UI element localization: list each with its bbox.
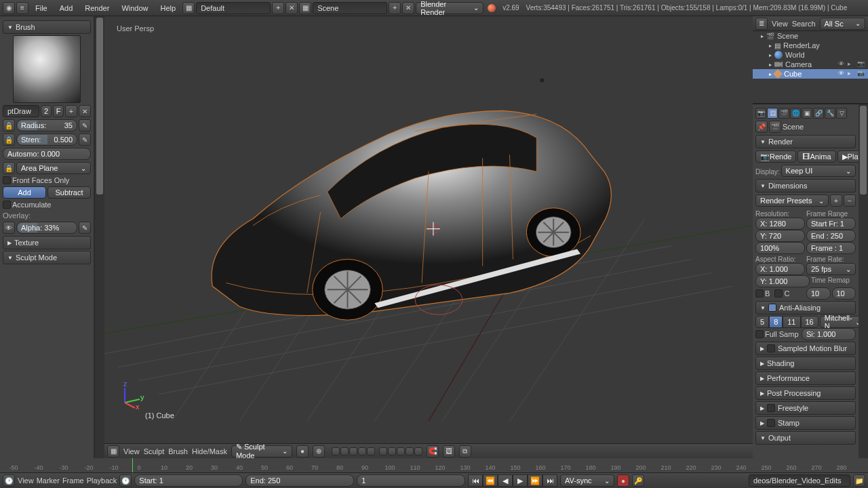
strength-lock-icon[interactable]: 🔒 xyxy=(3,134,15,146)
res-pct-field[interactable]: 100% xyxy=(755,242,805,254)
tab-world[interactable]: 🌐 xyxy=(790,108,801,119)
subtract-button[interactable]: Subtract xyxy=(47,186,91,199)
accumulate-checkbox[interactable] xyxy=(3,201,11,209)
3d-viewport[interactable]: User Persp (1) Cube zyx xyxy=(104,16,753,443)
brush-panel-header[interactable]: Brush xyxy=(3,20,91,34)
aa-panel-header[interactable]: Anti-Aliasing xyxy=(755,301,856,314)
aa-11[interactable]: 11 xyxy=(783,316,800,328)
tab-modifiers[interactable]: 🔧 xyxy=(825,108,835,119)
sculpt-mode-panel-header[interactable]: Sculpt Mode xyxy=(3,251,91,264)
aa-8[interactable]: 8 xyxy=(769,316,783,328)
menu-add[interactable]: Add xyxy=(54,1,79,15)
jump-start-icon[interactable]: ⏮ xyxy=(468,474,483,487)
menu-file[interactable]: File xyxy=(30,1,53,15)
render-preview-icon[interactable]: 🖼 xyxy=(443,445,455,458)
start-frame-field[interactable]: Start Fr: 1 xyxy=(806,218,856,230)
sync-mode-dropdown[interactable]: AV-sync xyxy=(560,474,614,487)
menu-help[interactable]: Help xyxy=(155,1,182,15)
fps-dropdown[interactable]: 25 fps xyxy=(806,263,856,275)
layout-add-icon[interactable]: + xyxy=(272,2,284,14)
end-field[interactable]: End: 250 xyxy=(245,474,354,487)
res-y-field[interactable]: Y: 720 xyxy=(755,230,805,242)
toolshelf-scrollbar[interactable] xyxy=(95,16,104,458)
scene-name[interactable]: Scene xyxy=(313,2,387,14)
preset-add-icon[interactable]: + xyxy=(830,195,842,207)
mode-dropdown[interactable]: ✎ Sculpt Mode xyxy=(231,445,292,458)
tab-render-layers[interactable]: 🖼 xyxy=(767,108,778,119)
tab-render[interactable]: 📷 xyxy=(755,108,766,119)
plane-lock-icon[interactable]: 🔒 xyxy=(3,162,15,174)
filter-size-field[interactable]: Si: 1.000 xyxy=(802,328,856,340)
radius-lock-icon[interactable]: 🔒 xyxy=(3,119,15,131)
pivot-icon[interactable]: ⊕ xyxy=(313,445,325,458)
tab-data[interactable]: ▽ xyxy=(836,108,847,119)
frame-step-field[interactable]: Frame : 1 xyxy=(806,242,856,254)
tab-object[interactable]: ▣ xyxy=(802,108,812,119)
texture-panel-header[interactable]: Texture xyxy=(3,236,91,249)
layout-del-icon[interactable]: ✕ xyxy=(285,2,298,14)
layer-buttons[interactable] xyxy=(332,447,422,455)
dimensions-panel-header[interactable]: Dimensions xyxy=(755,179,856,192)
render-engine-dropdown[interactable]: Blender Render xyxy=(416,2,484,14)
sculpt-plane-dropdown[interactable]: Area Plane xyxy=(16,162,91,174)
play-button[interactable]: ▶Play xyxy=(837,150,859,163)
menu-render[interactable]: Render xyxy=(79,1,115,15)
front-faces-checkbox[interactable] xyxy=(3,176,11,184)
playhead[interactable] xyxy=(132,458,133,472)
keying-set-icon[interactable]: 🔑 xyxy=(632,474,644,487)
menu-window[interactable]: Window xyxy=(116,1,153,15)
aspect-x-field[interactable]: X: 1.000 xyxy=(755,263,805,275)
panel-freestyle[interactable]: Freestyle xyxy=(755,401,856,415)
animation-button[interactable]: 🎞Anima xyxy=(797,150,835,163)
brush-fakeuser[interactable]: F xyxy=(53,105,64,117)
strength-field[interactable]: Stren:0.500 xyxy=(16,134,77,146)
render-presets-dropdown[interactable]: Render Presets xyxy=(755,195,829,207)
keyframe-prev-icon[interactable]: ⏪ xyxy=(483,474,498,487)
timeline-frame-menu[interactable]: Frame xyxy=(62,476,84,485)
preset-del-icon[interactable]: − xyxy=(844,195,856,207)
shading-icon[interactable]: ● xyxy=(296,445,309,458)
current-frame-field[interactable]: 1 xyxy=(357,474,465,487)
tab-scene[interactable]: 🎬 xyxy=(778,108,789,119)
preview-range-icon[interactable]: 🕐 xyxy=(119,474,132,487)
outliner-item-world[interactable]: ▸World xyxy=(753,50,868,60)
panel-shading[interactable]: Shading xyxy=(755,357,856,370)
aa-filter-dropdown[interactable]: Mitchell-N xyxy=(820,316,859,328)
radius-field[interactable]: Radius:35 xyxy=(16,119,77,131)
outliner-item-cube[interactable]: ▸Cube👁▸📷 xyxy=(753,69,868,79)
snap-icon[interactable]: 🧲 xyxy=(427,445,439,458)
add-button[interactable]: Add xyxy=(3,186,46,199)
3dview-sculpt-menu[interactable]: Sculpt xyxy=(144,447,165,455)
path-field[interactable]: deos/Blender_Video_Edits xyxy=(749,474,850,487)
remap-old-field[interactable]: 10 xyxy=(806,287,831,300)
timeline-playback-menu[interactable]: Playback xyxy=(87,476,117,485)
render-button[interactable]: 📷Rende xyxy=(755,150,796,163)
end-frame-field[interactable]: End : 250 xyxy=(806,230,856,242)
3dview-hide-menu[interactable]: Hide/Mask xyxy=(192,447,227,455)
outliner-item-camera[interactable]: ▸Camera👁▸📷 xyxy=(753,60,868,69)
brush-add-icon[interactable]: + xyxy=(65,105,77,117)
properties-tabs[interactable]: 📷 🖼 🎬 🌐 ▣ 🔗 🔧 ▽ xyxy=(755,108,856,119)
radius-pressure-icon[interactable]: ✎ xyxy=(79,119,91,131)
scene-add-icon[interactable]: + xyxy=(389,2,401,14)
folder-icon[interactable]: 📁 xyxy=(853,474,865,487)
aa-5[interactable]: 5 xyxy=(755,316,769,328)
outliner-view-menu[interactable]: View xyxy=(772,20,788,28)
panel-performance[interactable]: Performance xyxy=(755,371,856,385)
jump-end-icon[interactable]: ⏭ xyxy=(542,474,557,487)
timeline-editor-icon[interactable]: 🕐 xyxy=(3,474,15,487)
display-mode-dropdown[interactable]: Keep UI xyxy=(781,165,856,177)
panel-output[interactable]: Output xyxy=(755,431,856,445)
brush-preview[interactable] xyxy=(13,35,81,103)
3dview-view-menu[interactable]: View xyxy=(123,447,140,455)
aspect-y-field[interactable]: Y: 1.000 xyxy=(755,275,810,287)
layout-browse-icon[interactable]: ▦ xyxy=(182,2,195,14)
outliner-item-scene[interactable]: ▸🎬Scene xyxy=(753,31,868,41)
outliner-display-dropdown[interactable]: All Sc xyxy=(820,18,865,30)
outliner-search-menu[interactable]: Search xyxy=(792,20,816,28)
border-checkbox[interactable] xyxy=(755,289,764,298)
timeline-ruler[interactable]: -50-40-30-20-100102030405060708090100110… xyxy=(0,458,868,473)
outliner-item-renderlay[interactable]: ▸▤RenderLay xyxy=(753,41,868,50)
panel-stamp[interactable]: Stamp xyxy=(755,416,856,430)
aa-samples[interactable]: 5 8 11 16 xyxy=(755,316,818,328)
